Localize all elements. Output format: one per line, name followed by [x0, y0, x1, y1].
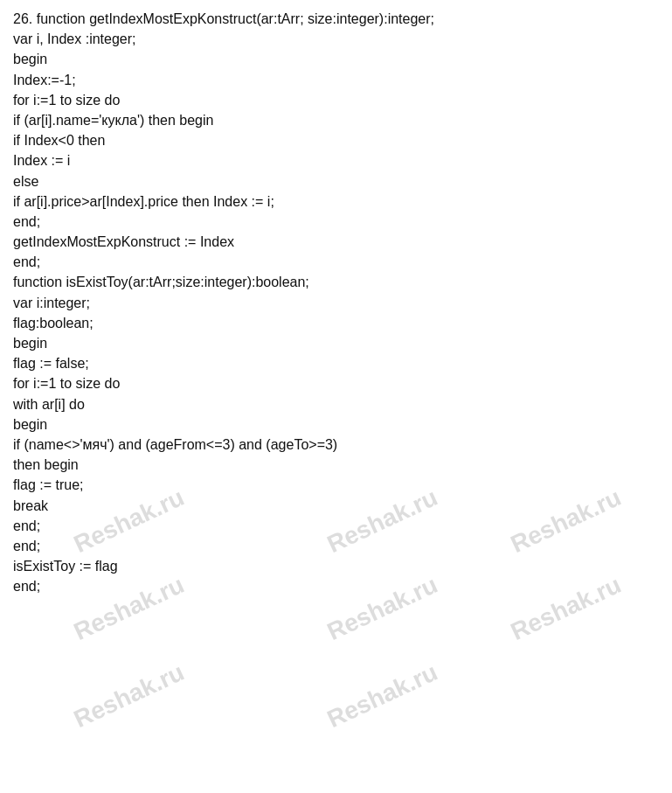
code-line: begin [13, 414, 659, 435]
code-line: break [13, 496, 659, 516]
code-line: end; [13, 252, 659, 272]
code-line: end; [13, 536, 659, 556]
code-line: var i:integer; [13, 293, 659, 313]
code-line: if Index<0 then [13, 130, 659, 150]
code-line: 26. function getIndexMostExpKonstruct(ar… [13, 9, 659, 29]
code-line: begin [13, 333, 659, 353]
code-line: for i:=1 to size do [13, 373, 659, 393]
watermark-8: Reshak.ru [323, 658, 442, 734]
code-line: var i, Index :integer; [13, 29, 659, 49]
main-content: 26. function getIndexMostExpKonstruct(ar… [0, 0, 672, 605]
code-line: begin [13, 49, 659, 69]
watermark-7: Reshak.ru [70, 658, 189, 734]
code-line: isExistToy := flag [13, 556, 659, 576]
code-line: end; [13, 516, 659, 536]
code-line: if (name<>'мяч') and (ageFrom<=3) and (a… [13, 435, 659, 455]
code-line: flag := false; [13, 353, 659, 373]
code-line: flag:boolean; [13, 313, 659, 333]
code-line: end; [13, 212, 659, 232]
code-line: if (ar[i].name='кукла') then begin [13, 110, 659, 130]
code-line: else [13, 171, 659, 191]
code-line: Index:=-1; [13, 70, 659, 90]
code-line: function isExistToy(ar:tArr;size:integer… [13, 272, 659, 292]
code-block: 26. function getIndexMostExpKonstruct(ar… [13, 9, 659, 596]
code-line: Index := i [13, 150, 659, 170]
code-line: with ar[i] do [13, 394, 659, 414]
code-line: for i:=1 to size do [13, 90, 659, 110]
code-line: end; [13, 576, 659, 596]
code-line: getIndexMostExpKonstruct := Index [13, 232, 659, 252]
code-line: then begin [13, 455, 659, 475]
code-line: flag := true; [13, 475, 659, 495]
code-line: if ar[i].price>ar[Index].price then Inde… [13, 191, 659, 212]
